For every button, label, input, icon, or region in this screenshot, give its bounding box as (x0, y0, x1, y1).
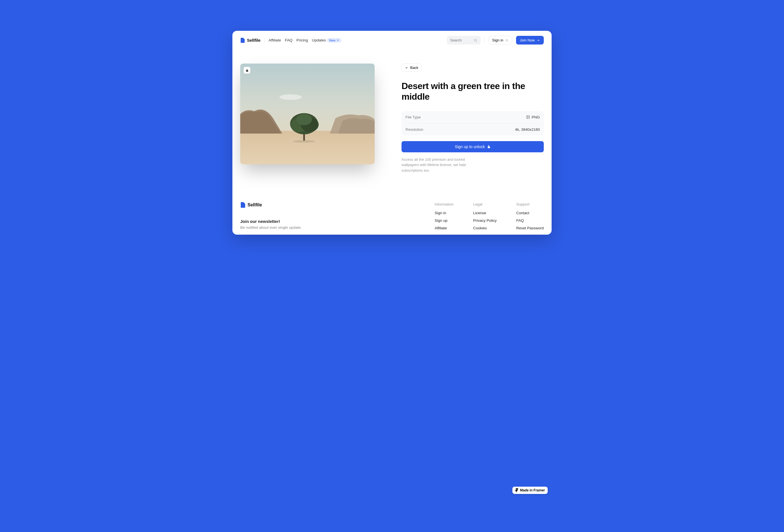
svg-rect-4 (240, 131, 375, 164)
product-image (240, 63, 375, 164)
meta-value: 4k, 3840x2160 (515, 128, 540, 132)
header: Sellfile Affiliate FAQ Pricing Updates N… (232, 31, 552, 50)
preview-wrap (240, 63, 375, 173)
helper-text: Access all the 100 premium and locked wa… (401, 157, 474, 173)
brand-name: Sellfile (247, 38, 260, 43)
arrow personally-right-icon (536, 39, 540, 42)
sign-in-label: Sign in (492, 38, 503, 42)
sparkle-icon (337, 39, 339, 41)
footer-link[interactable]: Privacy Policy (473, 218, 497, 223)
svg-point-9 (296, 114, 312, 125)
app-window: Sellfile Affiliate FAQ Pricing Updates N… (232, 31, 552, 235)
newsletter-sub: Be notified about ever single update. (240, 225, 418, 230)
framer-label: Made in Framer (520, 488, 545, 492)
lock-badge (244, 67, 250, 74)
footer-columns: Information Sign in Sign up Affiliate Le… (435, 202, 544, 233)
footer-link[interactable]: Cookies (473, 226, 497, 230)
brand-name: Sellfile (248, 202, 262, 207)
footer-col-information: Information Sign in Sign up Affiliate (435, 202, 454, 233)
footer-link[interactable]: License (473, 211, 497, 215)
search-input-wrap[interactable] (447, 36, 480, 45)
meta-value: PNG (526, 115, 540, 119)
meta-row-filetype: File Type PNG (405, 111, 540, 123)
lock-icon (246, 69, 249, 72)
newsletter-title: Join our newsletter! (240, 219, 418, 224)
meta-label: File Type (405, 115, 421, 119)
meta-label: Resolution (405, 128, 423, 132)
svg-point-12 (527, 116, 528, 117)
footer-link[interactable]: Contact (516, 211, 544, 215)
arrow-left-icon (405, 66, 409, 69)
sign-in-button[interactable]: Sign in (488, 36, 512, 45)
product-details: Back Desert with a green tree in the mid… (401, 63, 544, 173)
image-icon (526, 115, 530, 119)
footer-col-title: Support (516, 202, 544, 206)
footer-col-title: Information (435, 202, 454, 206)
footer-col-support: Support Contact FAQ Reset Password (516, 202, 544, 233)
search-icon (474, 38, 477, 42)
svg-point-0 (474, 39, 476, 41)
nav-link-faq[interactable]: FAQ (285, 38, 292, 42)
file-icon (240, 38, 245, 43)
meta-box: File Type PNG Resolution 4k, 3840x2160 (401, 111, 544, 136)
join-label: Join Now (520, 38, 535, 42)
footer: Sellfile Join our newsletter! Be notifie… (232, 195, 552, 235)
footer-link[interactable]: Reset Password (516, 226, 544, 230)
user-icon (505, 39, 508, 42)
unlock-button[interactable]: Sign up to unlock (401, 141, 544, 152)
main-nav: Affiliate FAQ Pricing Updates New (269, 38, 341, 43)
nav-link-pricing[interactable]: Pricing (296, 38, 308, 42)
back-button[interactable]: Back (401, 63, 422, 72)
svg-point-1 (506, 39, 507, 40)
footer-left: Sellfile Join our newsletter! Be notifie… (240, 202, 418, 233)
svg-point-10 (293, 140, 315, 142)
footer-link[interactable]: Affiliate (435, 226, 454, 230)
footer-logo[interactable]: Sellfile (240, 202, 418, 208)
framer-badge[interactable]: Made in Framer (512, 487, 548, 494)
footer-link[interactable]: Sign in (435, 211, 454, 215)
footer-col-legal: Legal License Privacy Policy Cookies (473, 202, 497, 233)
logo[interactable]: Sellfile (240, 38, 260, 43)
file-icon (240, 202, 245, 208)
divider (484, 38, 485, 43)
main-content: Back Desert with a green tree in the mid… (232, 50, 552, 195)
nav-link-updates[interactable]: Updates New (312, 38, 341, 43)
footer-link[interactable]: FAQ (516, 218, 544, 223)
meta-row-resolution: Resolution 4k, 3840x2160 (405, 123, 540, 136)
back-label: Back (410, 65, 418, 70)
footer-col-title: Legal (473, 202, 497, 206)
new-badge: New (327, 38, 341, 43)
unlock-icon (487, 145, 491, 148)
svg-point-3 (279, 94, 302, 100)
framer-icon (515, 488, 518, 492)
product-title: Desert with a green tree in the middle (401, 81, 544, 102)
search-input[interactable] (450, 38, 474, 42)
footer-link[interactable]: Sign up (435, 218, 454, 223)
join-now-button[interactable]: Join Now (516, 36, 544, 45)
unlock-label: Sign up to unlock (455, 144, 485, 149)
nav-link-affiliate[interactable]: Affiliate (269, 38, 281, 42)
